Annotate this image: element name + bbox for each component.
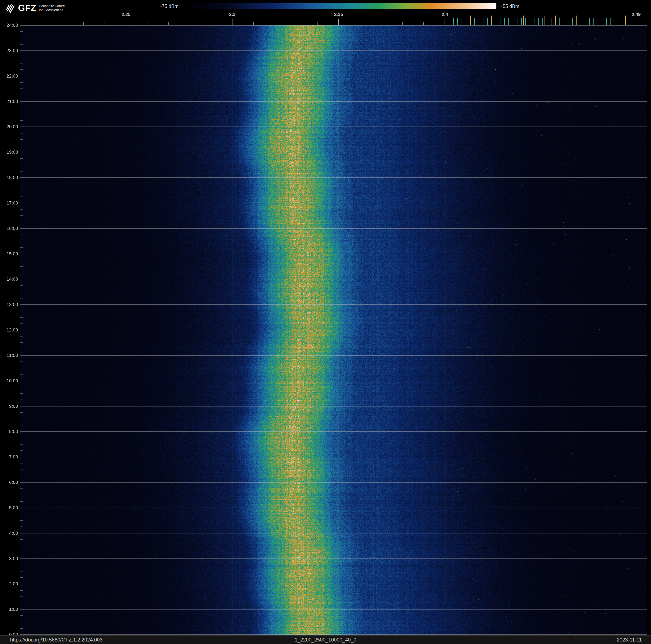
wifi-activity-tick xyxy=(559,18,560,25)
activity-highlight-tick xyxy=(523,16,524,25)
wifi-activity-tick xyxy=(474,18,475,25)
time-tick-label: 11:00 xyxy=(0,353,18,358)
wifi-activity-tick xyxy=(606,18,607,25)
wifi-activity-tick xyxy=(462,18,462,25)
wifi-activity-tick xyxy=(483,18,484,25)
time-tick-label: 8:00 xyxy=(0,429,18,434)
time-tick-label: 5:00 xyxy=(0,505,18,510)
freq-major-tick xyxy=(636,19,636,25)
time-tick-label: 14:00 xyxy=(0,276,18,282)
time-tick-label: 13:00 xyxy=(0,302,18,307)
activity-highlight-tick xyxy=(577,16,577,25)
activity-highlight-tick xyxy=(625,16,626,25)
wifi-activity-tick xyxy=(496,18,496,25)
wifi-activity-tick xyxy=(449,18,450,25)
freq-minor-tick xyxy=(402,22,403,25)
time-tick-label: 3:00 xyxy=(0,556,18,561)
freq-minor-tick xyxy=(423,22,424,25)
time-tick-label: 2:00 xyxy=(0,581,18,586)
freq-minor-tick xyxy=(190,22,190,25)
time-tick-label: 20:00 xyxy=(0,124,18,129)
wifi-activity-tick xyxy=(521,18,522,25)
dataset-id: 1_2200_2500_10000_40_0 xyxy=(0,636,651,644)
spectrogram-canvas xyxy=(20,25,647,635)
freq-minor-tick xyxy=(147,22,148,25)
wifi-activity-tick xyxy=(500,18,500,25)
wifi-activity-tick xyxy=(487,18,488,25)
wifi-activity-tick xyxy=(572,18,573,25)
wifi-activity-tick xyxy=(564,18,564,25)
wifi-activity-tick xyxy=(602,18,602,25)
activity-highlight-tick xyxy=(491,16,492,25)
time-axis: 0:001:002:003:004:005:006:007:008:009:00… xyxy=(0,0,20,644)
wifi-activity-tick xyxy=(504,18,505,25)
wifi-activity-tick xyxy=(457,18,458,25)
wifi-activity-tick xyxy=(453,18,454,25)
activity-highlight-tick xyxy=(598,16,598,25)
time-tick-label: 12:00 xyxy=(0,327,18,332)
wifi-activity-tick xyxy=(534,18,534,25)
wifi-activity-tick xyxy=(508,18,509,25)
wifi-activity-tick xyxy=(466,18,466,25)
wifi-activity-tick xyxy=(585,18,585,25)
freq-minor-tick xyxy=(83,22,84,25)
freq-minor-tick xyxy=(253,22,254,25)
freq-minor-tick xyxy=(168,22,169,25)
time-tick-label: 4:00 xyxy=(0,531,18,536)
freq-tick-label: 2.25 xyxy=(122,12,131,17)
wifi-activity-tick xyxy=(593,18,594,25)
activity-highlight-tick xyxy=(545,16,545,25)
activity-highlight-tick xyxy=(513,16,513,25)
wifi-activity-tick xyxy=(611,18,611,25)
wifi-activity-tick xyxy=(517,18,518,25)
frequency-axis: 2.252.32.352.42.49 xyxy=(0,0,651,25)
time-tick-label: 9:00 xyxy=(0,404,18,409)
time-tick-label: 1:00 xyxy=(0,607,18,612)
freq-major-tick xyxy=(232,19,232,25)
wifi-activity-tick xyxy=(530,18,530,25)
time-tick-label: 6:00 xyxy=(0,480,18,485)
time-tick-label: 18:00 xyxy=(0,175,18,180)
freq-tick-label: 2.49 xyxy=(632,12,641,17)
wifi-activity-tick xyxy=(525,18,526,25)
time-tick-label: 21:00 xyxy=(0,99,18,104)
freq-minor-tick xyxy=(41,22,41,25)
time-tick-label: 17:00 xyxy=(0,201,18,206)
wifi-activity-tick xyxy=(547,18,547,25)
freq-minor-tick xyxy=(381,22,381,25)
time-tick-label: 15:00 xyxy=(0,252,18,257)
time-tick-label: 24:00 xyxy=(0,23,18,28)
wifi-activity-tick xyxy=(589,18,590,25)
time-tick-label: 16:00 xyxy=(0,226,18,231)
footer: https://doi.org/10.5880/GFZ.1.2.2024.003… xyxy=(0,635,651,644)
freq-major-tick xyxy=(338,19,339,25)
time-tick-label: 7:00 xyxy=(0,455,18,460)
wifi-activity-tick xyxy=(538,18,539,25)
freq-minor-tick xyxy=(275,22,275,25)
freq-minor-tick xyxy=(62,22,62,25)
freq-minor-tick xyxy=(296,22,296,25)
time-tick-label: 10:00 xyxy=(0,378,18,383)
freq-minor-tick xyxy=(360,22,360,25)
freq-tick-label: 2.35 xyxy=(334,12,343,17)
freq-major-tick xyxy=(126,19,126,25)
freq-major-tick xyxy=(444,19,445,25)
freq-minor-tick xyxy=(615,22,615,25)
activity-highlight-tick xyxy=(481,16,481,25)
time-tick-label: 22:00 xyxy=(0,74,18,79)
wifi-activity-tick xyxy=(551,18,552,25)
spectrogram-page: GFZ Helmholtz Centre for Geosciences -75… xyxy=(0,0,651,644)
freq-minor-tick xyxy=(317,22,317,25)
wifi-activity-tick xyxy=(542,18,543,25)
activity-highlight-tick xyxy=(470,16,471,25)
wifi-activity-tick xyxy=(568,18,568,25)
freq-tick-label: 2.4 xyxy=(442,12,448,17)
time-tick-label: 23:00 xyxy=(0,48,18,53)
wifi-activity-tick xyxy=(478,18,479,25)
activity-highlight-tick xyxy=(555,16,556,25)
date-label: 2023-11-11 xyxy=(617,636,642,644)
time-tick-label: 19:00 xyxy=(0,150,18,155)
freq-tick-label: 2.3 xyxy=(229,12,236,17)
wifi-activity-tick xyxy=(581,18,581,25)
freq-minor-tick xyxy=(211,22,211,25)
